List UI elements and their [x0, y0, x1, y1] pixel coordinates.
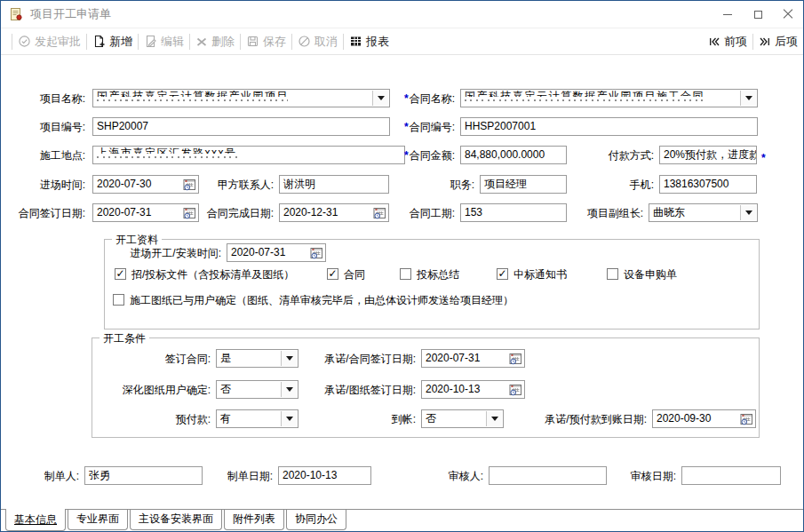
report-icon [349, 35, 362, 48]
start-conditions-group-title: 开工条件 [100, 331, 149, 346]
calendar-icon[interactable] [372, 206, 386, 219]
toolbar-separator [12, 34, 12, 50]
contract-duration-input[interactable]: 153 [460, 203, 567, 222]
toolbar-separator [240, 34, 241, 50]
new-doc-icon [92, 35, 106, 48]
make-date-input[interactable]: 2020-10-13 [278, 466, 371, 485]
maker-input[interactable]: 张勇 [84, 466, 203, 485]
dropdown-arrow-icon[interactable] [281, 351, 297, 366]
new-button[interactable]: 新增 [92, 34, 132, 50]
next-record-button[interactable]: 后项 [759, 34, 798, 50]
contract-sign-date-value: 2020-07-31 [97, 206, 151, 218]
calendar-icon[interactable] [739, 412, 753, 425]
window-controls [712, 1, 803, 28]
promise-drawing-date-value: 2020-10-13 [426, 383, 480, 395]
contract-amount-input[interactable]: 84,880,000.0000 [460, 146, 567, 164]
promise-prepay-date-value: 2020-09-30 [657, 412, 711, 425]
party-a-contact-input[interactable]: 谢洪明 [279, 175, 389, 194]
prepayment-label: 预付款: [176, 413, 211, 425]
contract-name-select[interactable]: 国产科技嘉定云计算数据产业园项目施工合同 [460, 89, 758, 107]
dropdown-arrow-icon[interactable] [281, 382, 297, 397]
project-name-select[interactable]: 国产科技嘉定云计算数据产业园项目 [92, 89, 390, 107]
payment-method-input[interactable]: 20%预付款，进度款50% [659, 146, 757, 164]
project-no-label: 项目编号: [40, 121, 85, 133]
arrived-select[interactable]: 否 [421, 409, 504, 428]
prev-record-button[interactable]: 前项 [708, 34, 747, 50]
cancel-label: 取消 [314, 34, 338, 50]
dropdown-arrow-icon[interactable] [372, 91, 388, 106]
contract-sign-date-input[interactable]: 2020-07-31 [92, 203, 199, 222]
deputy-leader-select[interactable]: 曲晓东 [649, 203, 758, 222]
dropdown-arrow-icon[interactable] [740, 205, 756, 220]
sign-contract-value: 是 [220, 352, 231, 364]
promise-prepay-date-label: 承诺/预付款到账日期: [545, 413, 647, 425]
contract-no-value: HHSP2007001 [465, 120, 536, 132]
site-value: 上海市嘉定区汇发路xxx号 [97, 147, 401, 154]
save-button[interactable]: 保存 [246, 34, 286, 50]
start-install-date-input[interactable]: 2020-07-31 [227, 243, 326, 262]
tab-basic-info[interactable]: 基本信息 [5, 509, 66, 531]
tab-professional-ui[interactable]: 专业界面 [68, 510, 128, 530]
drawing-confirmed-select[interactable]: 否 [216, 380, 299, 399]
calendar-icon[interactable] [182, 206, 196, 219]
promise-prepay-date-input[interactable]: 2020-09-30 [652, 409, 756, 428]
drawing-confirmed-value: 否 [220, 383, 231, 395]
mobile-input[interactable]: 13816307500 [659, 175, 757, 194]
contract-name-value: 国产科技嘉定云计算数据产业园项目施工合同 [465, 90, 753, 97]
checkbox-bid-documents[interactable]: ✓ [115, 268, 126, 280]
checkbox-drawings-confirmed[interactable] [113, 294, 124, 306]
audit-date-input[interactable] [681, 466, 781, 485]
project-no-input[interactable]: SHP20007 [92, 117, 390, 136]
auditor-input[interactable] [489, 466, 607, 485]
close-button[interactable] [773, 1, 803, 28]
checkbox-award-notice[interactable]: ✓ [497, 268, 508, 280]
checkbox-bid-summary[interactable] [400, 268, 411, 280]
sign-contract-select[interactable]: 是 [216, 349, 299, 368]
position-input[interactable]: 项目经理 [480, 175, 567, 194]
save-icon [246, 35, 259, 48]
calendar-icon[interactable] [508, 383, 522, 396]
dropdown-arrow-icon[interactable] [281, 411, 297, 426]
tab-attachment-list[interactable]: 附件列表 [224, 510, 284, 530]
promise-sign-date-input[interactable]: 2020-07-31 [421, 349, 525, 368]
prev-icon [708, 36, 720, 48]
edit-label: 编辑 [161, 34, 184, 50]
calendar-icon[interactable] [508, 352, 522, 365]
mobile-value: 13816307500 [664, 178, 728, 190]
checkbox-drawings-confirmed-label: 施工图纸已与用户确定（图纸、清单审核完毕后，由总体设计师发送给项目经理） [130, 294, 513, 306]
edit-button[interactable]: 编辑 [144, 34, 184, 50]
entry-date-input[interactable]: 2020-07-30 [92, 175, 199, 194]
dropdown-arrow-icon[interactable] [486, 411, 502, 426]
dropdown-arrow-icon[interactable] [740, 91, 756, 106]
clipped-text-artifact [97, 99, 288, 101]
entry-date-value: 2020-07-30 [97, 178, 151, 190]
payment-method-required-mark: * [761, 152, 766, 164]
toolbar-separator [189, 34, 190, 50]
position-value: 项目经理 [484, 178, 527, 190]
checkbox-equipment-request[interactable] [607, 268, 618, 280]
site-input[interactable]: 上海市嘉定区汇发路xxx号 [92, 146, 405, 164]
minimize-button[interactable] [712, 1, 743, 28]
checkbox-award-notice-label: 中标通知书 [513, 268, 567, 281]
clipped-text-artifact [97, 156, 239, 158]
cancel-button[interactable]: 取消 [298, 34, 338, 50]
start-approval-button[interactable]: 发起审批 [18, 34, 81, 50]
calendar-icon[interactable] [182, 178, 196, 191]
maximize-button[interactable] [743, 1, 773, 28]
project-name-label: 项目名称: [40, 92, 85, 105]
promise-drawing-date-input[interactable]: 2020-10-13 [421, 380, 525, 399]
tab-collaboration[interactable]: 协同办公 [286, 510, 346, 530]
prepayment-select[interactable]: 有 [216, 409, 299, 428]
save-label: 保存 [263, 34, 286, 50]
delete-button[interactable]: 删除 [195, 34, 235, 50]
contract-no-input[interactable]: HHSP2007001 [460, 117, 758, 136]
contract-finish-date-input[interactable]: 2020-12-31 [279, 203, 389, 222]
window-title: 项目开工申请单 [30, 6, 111, 22]
checkbox-contract[interactable]: ✓ [327, 268, 338, 280]
tab-main-equipment-install[interactable]: 主设备安装界面 [130, 510, 222, 530]
party-a-contact-label: 甲方联系人: [218, 179, 274, 191]
report-button[interactable]: 报表 [349, 34, 389, 50]
calendar-icon[interactable] [309, 246, 323, 259]
report-label: 报表 [366, 34, 389, 50]
next-record-label: 后项 [775, 34, 798, 50]
